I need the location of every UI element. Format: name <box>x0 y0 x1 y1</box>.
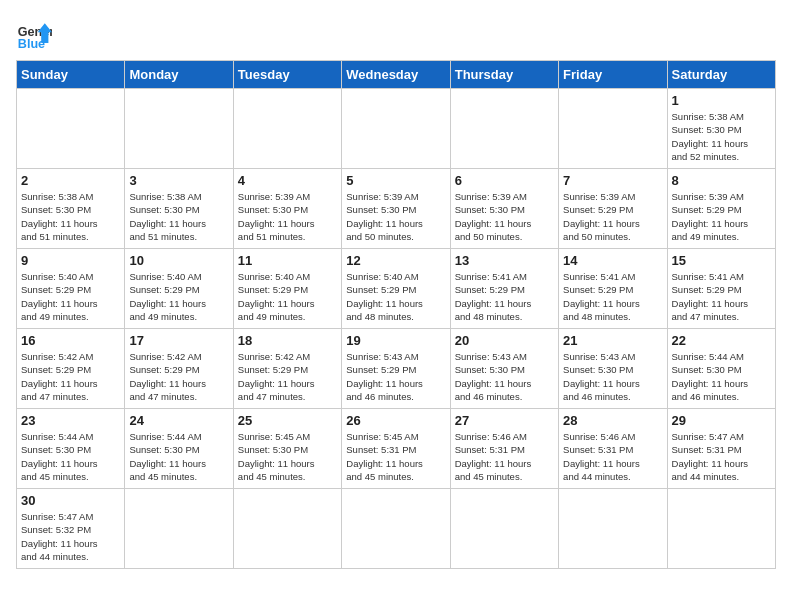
calendar-cell: 30Sunrise: 5:47 AM Sunset: 5:32 PM Dayli… <box>17 489 125 569</box>
calendar-week-row: 30Sunrise: 5:47 AM Sunset: 5:32 PM Dayli… <box>17 489 776 569</box>
calendar-cell <box>559 89 667 169</box>
day-info: Sunrise: 5:38 AM Sunset: 5:30 PM Dayligh… <box>672 110 771 163</box>
calendar-cell: 26Sunrise: 5:45 AM Sunset: 5:31 PM Dayli… <box>342 409 450 489</box>
day-info: Sunrise: 5:39 AM Sunset: 5:30 PM Dayligh… <box>238 190 337 243</box>
calendar-cell: 17Sunrise: 5:42 AM Sunset: 5:29 PM Dayli… <box>125 329 233 409</box>
calendar-cell: 12Sunrise: 5:40 AM Sunset: 5:29 PM Dayli… <box>342 249 450 329</box>
day-number: 1 <box>672 93 771 108</box>
calendar-cell: 29Sunrise: 5:47 AM Sunset: 5:31 PM Dayli… <box>667 409 775 489</box>
day-info: Sunrise: 5:45 AM Sunset: 5:30 PM Dayligh… <box>238 430 337 483</box>
calendar-cell: 5Sunrise: 5:39 AM Sunset: 5:30 PM Daylig… <box>342 169 450 249</box>
calendar-cell <box>125 489 233 569</box>
weekday-header-sunday: Sunday <box>17 61 125 89</box>
day-number: 2 <box>21 173 120 188</box>
day-info: Sunrise: 5:44 AM Sunset: 5:30 PM Dayligh… <box>672 350 771 403</box>
weekday-header-monday: Monday <box>125 61 233 89</box>
day-info: Sunrise: 5:43 AM Sunset: 5:29 PM Dayligh… <box>346 350 445 403</box>
day-number: 23 <box>21 413 120 428</box>
calendar-week-row: 9Sunrise: 5:40 AM Sunset: 5:29 PM Daylig… <box>17 249 776 329</box>
calendar-cell <box>450 489 558 569</box>
day-number: 8 <box>672 173 771 188</box>
weekday-row: SundayMondayTuesdayWednesdayThursdayFrid… <box>17 61 776 89</box>
calendar-header: SundayMondayTuesdayWednesdayThursdayFrid… <box>17 61 776 89</box>
day-info: Sunrise: 5:42 AM Sunset: 5:29 PM Dayligh… <box>238 350 337 403</box>
day-number: 25 <box>238 413 337 428</box>
day-number: 11 <box>238 253 337 268</box>
calendar-cell: 10Sunrise: 5:40 AM Sunset: 5:29 PM Dayli… <box>125 249 233 329</box>
calendar-week-row: 23Sunrise: 5:44 AM Sunset: 5:30 PM Dayli… <box>17 409 776 489</box>
day-info: Sunrise: 5:43 AM Sunset: 5:30 PM Dayligh… <box>455 350 554 403</box>
day-number: 16 <box>21 333 120 348</box>
day-number: 18 <box>238 333 337 348</box>
day-number: 6 <box>455 173 554 188</box>
page-header: General Blue <box>16 16 776 52</box>
day-info: Sunrise: 5:38 AM Sunset: 5:30 PM Dayligh… <box>21 190 120 243</box>
calendar-cell: 9Sunrise: 5:40 AM Sunset: 5:29 PM Daylig… <box>17 249 125 329</box>
calendar-cell: 28Sunrise: 5:46 AM Sunset: 5:31 PM Dayli… <box>559 409 667 489</box>
day-number: 27 <box>455 413 554 428</box>
day-number: 24 <box>129 413 228 428</box>
weekday-header-friday: Friday <box>559 61 667 89</box>
calendar-cell: 1Sunrise: 5:38 AM Sunset: 5:30 PM Daylig… <box>667 89 775 169</box>
calendar-week-row: 1Sunrise: 5:38 AM Sunset: 5:30 PM Daylig… <box>17 89 776 169</box>
day-info: Sunrise: 5:40 AM Sunset: 5:29 PM Dayligh… <box>129 270 228 323</box>
day-number: 10 <box>129 253 228 268</box>
calendar-cell <box>342 489 450 569</box>
calendar-cell <box>667 489 775 569</box>
day-info: Sunrise: 5:46 AM Sunset: 5:31 PM Dayligh… <box>563 430 662 483</box>
day-info: Sunrise: 5:39 AM Sunset: 5:30 PM Dayligh… <box>346 190 445 243</box>
day-number: 19 <box>346 333 445 348</box>
calendar-cell: 20Sunrise: 5:43 AM Sunset: 5:30 PM Dayli… <box>450 329 558 409</box>
weekday-header-tuesday: Tuesday <box>233 61 341 89</box>
calendar-cell <box>125 89 233 169</box>
day-info: Sunrise: 5:39 AM Sunset: 5:29 PM Dayligh… <box>563 190 662 243</box>
calendar-cell: 18Sunrise: 5:42 AM Sunset: 5:29 PM Dayli… <box>233 329 341 409</box>
day-number: 21 <box>563 333 662 348</box>
calendar-cell: 4Sunrise: 5:39 AM Sunset: 5:30 PM Daylig… <box>233 169 341 249</box>
calendar-cell: 3Sunrise: 5:38 AM Sunset: 5:30 PM Daylig… <box>125 169 233 249</box>
calendar-cell: 2Sunrise: 5:38 AM Sunset: 5:30 PM Daylig… <box>17 169 125 249</box>
day-info: Sunrise: 5:42 AM Sunset: 5:29 PM Dayligh… <box>21 350 120 403</box>
weekday-header-wednesday: Wednesday <box>342 61 450 89</box>
calendar-cell: 13Sunrise: 5:41 AM Sunset: 5:29 PM Dayli… <box>450 249 558 329</box>
calendar-cell <box>233 89 341 169</box>
day-info: Sunrise: 5:41 AM Sunset: 5:29 PM Dayligh… <box>563 270 662 323</box>
weekday-header-thursday: Thursday <box>450 61 558 89</box>
day-number: 13 <box>455 253 554 268</box>
calendar-table: SundayMondayTuesdayWednesdayThursdayFrid… <box>16 60 776 569</box>
day-info: Sunrise: 5:40 AM Sunset: 5:29 PM Dayligh… <box>21 270 120 323</box>
svg-text:Blue: Blue <box>18 37 45 51</box>
day-info: Sunrise: 5:41 AM Sunset: 5:29 PM Dayligh… <box>455 270 554 323</box>
day-info: Sunrise: 5:40 AM Sunset: 5:29 PM Dayligh… <box>346 270 445 323</box>
day-number: 5 <box>346 173 445 188</box>
calendar-cell: 27Sunrise: 5:46 AM Sunset: 5:31 PM Dayli… <box>450 409 558 489</box>
logo-icon: General Blue <box>16 16 52 52</box>
calendar-cell: 7Sunrise: 5:39 AM Sunset: 5:29 PM Daylig… <box>559 169 667 249</box>
day-info: Sunrise: 5:40 AM Sunset: 5:29 PM Dayligh… <box>238 270 337 323</box>
day-number: 29 <box>672 413 771 428</box>
weekday-header-saturday: Saturday <box>667 61 775 89</box>
day-info: Sunrise: 5:39 AM Sunset: 5:30 PM Dayligh… <box>455 190 554 243</box>
day-info: Sunrise: 5:42 AM Sunset: 5:29 PM Dayligh… <box>129 350 228 403</box>
day-number: 15 <box>672 253 771 268</box>
calendar-week-row: 16Sunrise: 5:42 AM Sunset: 5:29 PM Dayli… <box>17 329 776 409</box>
calendar-cell: 15Sunrise: 5:41 AM Sunset: 5:29 PM Dayli… <box>667 249 775 329</box>
day-info: Sunrise: 5:46 AM Sunset: 5:31 PM Dayligh… <box>455 430 554 483</box>
day-number: 14 <box>563 253 662 268</box>
day-number: 26 <box>346 413 445 428</box>
day-number: 3 <box>129 173 228 188</box>
calendar-cell: 19Sunrise: 5:43 AM Sunset: 5:29 PM Dayli… <box>342 329 450 409</box>
day-info: Sunrise: 5:39 AM Sunset: 5:29 PM Dayligh… <box>672 190 771 243</box>
calendar-cell <box>233 489 341 569</box>
day-number: 17 <box>129 333 228 348</box>
calendar-cell <box>559 489 667 569</box>
day-number: 7 <box>563 173 662 188</box>
day-info: Sunrise: 5:47 AM Sunset: 5:32 PM Dayligh… <box>21 510 120 563</box>
day-number: 28 <box>563 413 662 428</box>
calendar-cell: 21Sunrise: 5:43 AM Sunset: 5:30 PM Dayli… <box>559 329 667 409</box>
calendar-cell: 22Sunrise: 5:44 AM Sunset: 5:30 PM Dayli… <box>667 329 775 409</box>
calendar-cell: 8Sunrise: 5:39 AM Sunset: 5:29 PM Daylig… <box>667 169 775 249</box>
day-number: 12 <box>346 253 445 268</box>
day-info: Sunrise: 5:43 AM Sunset: 5:30 PM Dayligh… <box>563 350 662 403</box>
day-info: Sunrise: 5:38 AM Sunset: 5:30 PM Dayligh… <box>129 190 228 243</box>
